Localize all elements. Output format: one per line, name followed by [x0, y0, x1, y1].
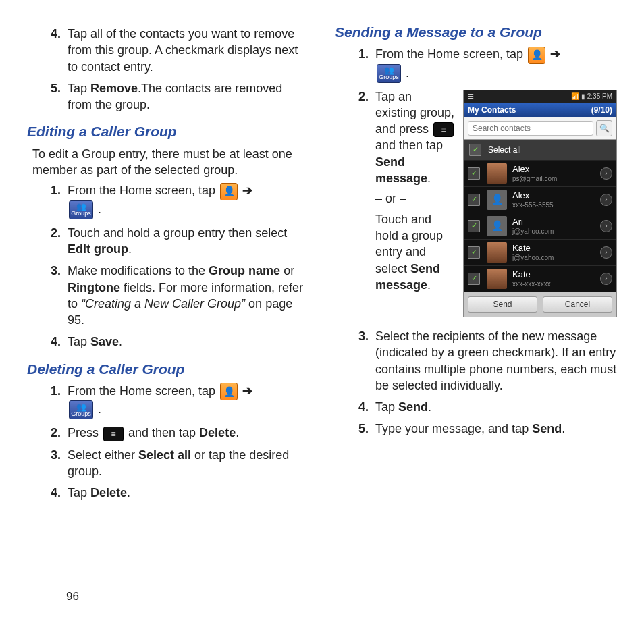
- remove-step-4: 4. Tap all of the contacts you want to r…: [43, 26, 309, 75]
- contact-name: Ari: [512, 217, 600, 227]
- phone-count: (9/10): [591, 105, 612, 115]
- contact-row[interactable]: ✓👤Arij@yahoo.com›: [464, 213, 616, 240]
- edit-step-4: 4. Tap Save.: [43, 333, 309, 350]
- menu-icon: ≡: [103, 427, 124, 441]
- contact-row[interactable]: ✓👤Alexxxx-555-5555›: [464, 187, 616, 213]
- search-icon[interactable]: 🔍: [596, 120, 612, 136]
- phone-time: 2:35 PM: [587, 92, 612, 100]
- contact-row[interactable]: ✓Katej@yahoo.com›: [464, 240, 616, 266]
- groups-icon: 👥Groups: [69, 200, 93, 219]
- search-input[interactable]: [468, 121, 593, 136]
- del-step-2: 2. Press ≡ and then tap Delete.: [43, 425, 309, 441]
- edit-step-1: 1. From the Home screen, tap 👤 ➔ 👥Groups…: [43, 182, 309, 219]
- avatar: 👤: [487, 216, 507, 236]
- send-step-3: 3. Select the recipients of the new mess…: [351, 328, 617, 394]
- select-all-row[interactable]: ✓ Select all: [464, 140, 616, 161]
- phone-title-bar: My Contacts (9/10): [464, 103, 616, 117]
- avatar: [487, 242, 507, 263]
- chevron-right-icon[interactable]: ›: [600, 246, 612, 259]
- phone-screenshot: ☰ 📶 ▮ 2:35 PM My Contacts (9/10) 🔍: [463, 90, 617, 317]
- contacts-icon: 👤: [220, 183, 238, 200]
- avatar: 👤: [487, 190, 507, 210]
- contact-name: Kate: [512, 270, 600, 280]
- left-column: 4. Tap all of the contacts you want to r…: [27, 23, 309, 507]
- edit-step-2: 2. Touch and hold a group entry then sel…: [43, 225, 309, 258]
- chevron-right-icon[interactable]: ›: [600, 273, 612, 285]
- battery-icon: ▮: [581, 92, 587, 100]
- checkbox-icon[interactable]: ✓: [468, 220, 480, 232]
- menu-icon: ≡: [433, 122, 454, 137]
- checkbox-icon[interactable]: ✓: [468, 246, 480, 259]
- phone-button-bar: Send Cancel: [464, 292, 616, 317]
- contact-detail: xxx-xxx-xxxx: [512, 280, 600, 288]
- chevron-right-icon[interactable]: ›: [600, 194, 612, 206]
- groups-icon: 👥Groups: [69, 400, 93, 419]
- contact-detail: xxx-555-5555: [512, 201, 600, 209]
- send-step-5: 5. Type your message, and tap Send.: [351, 421, 617, 437]
- contact-row[interactable]: ✓Katexxx-xxx-xxxx›: [464, 266, 616, 292]
- status-left-icon: ☰: [468, 92, 474, 101]
- remove-step-5: 5. Tap Remove.The contacts are removed f…: [43, 80, 309, 113]
- groups-icon: 👥Groups: [377, 64, 401, 83]
- phone-status-bar: ☰ 📶 ▮ 2:35 PM: [464, 90, 616, 103]
- contact-detail: j@yahoo.com: [512, 254, 600, 262]
- cancel-button[interactable]: Cancel: [543, 296, 612, 313]
- send-step-1: 1. From the Home screen, tap 👤 ➔ 👥Groups…: [351, 46, 617, 82]
- contact-detail: ps@gmail.com: [512, 175, 600, 183]
- right-column: Sending a Message to a Group 1. From the…: [335, 23, 617, 507]
- checkbox-icon[interactable]: ✓: [468, 194, 480, 206]
- contacts-icon: 👤: [220, 383, 238, 400]
- signal-icon: 📶: [571, 92, 581, 100]
- contact-row[interactable]: ✓Alexps@gmail.com›: [464, 161, 616, 187]
- heading-deleting-caller-group: Deleting a Caller Group: [27, 360, 309, 379]
- avatar: [487, 163, 507, 184]
- page-number: 96: [66, 589, 79, 605]
- heading-sending-message-group: Sending a Message to a Group: [335, 23, 617, 42]
- contact-name: Kate: [512, 244, 600, 254]
- edit-intro: To edit a Group entry, there must be at …: [32, 146, 309, 179]
- chevron-right-icon[interactable]: ›: [600, 167, 612, 180]
- contact-name: Alex: [512, 191, 600, 201]
- send-step-4: 4. Tap Send.: [351, 399, 617, 415]
- contacts-icon: 👤: [528, 47, 545, 64]
- checkbox-icon[interactable]: ✓: [469, 144, 481, 156]
- del-step-3: 3. Select either Select all or tap the d…: [43, 447, 309, 480]
- send-button[interactable]: Send: [468, 296, 537, 313]
- del-step-1: 1. From the Home screen, tap 👤 ➔ 👥Groups…: [43, 383, 309, 419]
- edit-step-3: 3. Make modifications to the Group name …: [43, 263, 309, 328]
- del-step-4: 4. Tap Delete.: [43, 485, 309, 501]
- chevron-right-icon[interactable]: ›: [600, 220, 612, 232]
- send-step-2: 2. ☰ 📶 ▮ 2:35 PM My Contacts (9/10): [351, 88, 617, 323]
- checkbox-icon[interactable]: ✓: [468, 167, 480, 180]
- heading-editing-caller-group: Editing a Caller Group: [27, 122, 309, 141]
- checkbox-icon[interactable]: ✓: [468, 273, 480, 285]
- avatar: [487, 269, 507, 289]
- phone-search-bar: 🔍: [464, 117, 616, 140]
- contact-name: Alex: [512, 165, 600, 175]
- contact-detail: j@yahoo.com: [512, 227, 600, 236]
